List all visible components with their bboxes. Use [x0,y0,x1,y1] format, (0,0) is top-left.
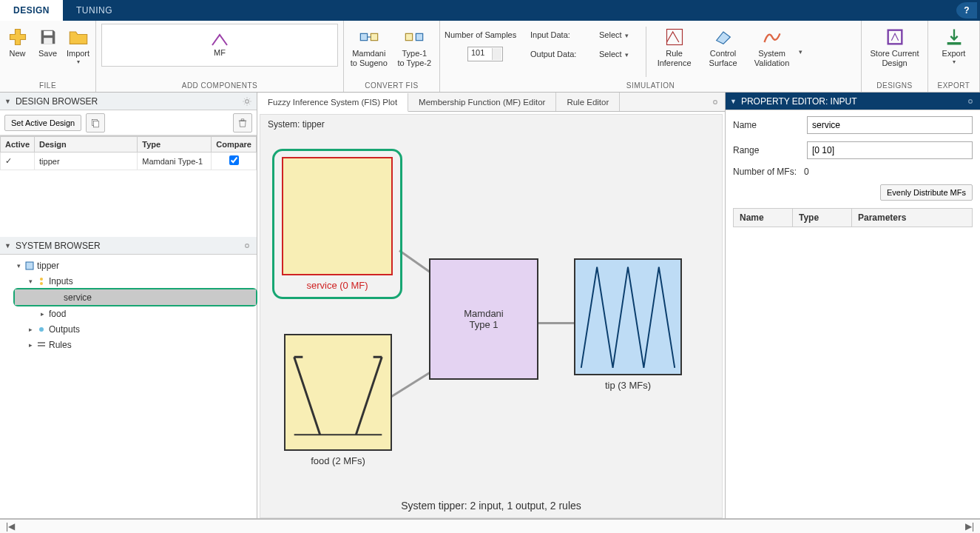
svg-rect-6 [666,30,682,45]
tree-root[interactable]: ▾ tipper [0,258,257,273]
prop-range-input[interactable] [807,141,973,159]
prop-name-label: Name [733,120,800,130]
svg-rect-3 [371,33,377,40]
rule-inference-icon [664,27,685,47]
collapse-icon[interactable]: ▼ [4,242,11,249]
output-data-label: Output Data: [530,50,589,58]
tree-input-service[interactable]: service [15,289,256,305]
system-tree: ▾ tipper ▾ Inputs service ▸ food ▸ [0,255,257,355]
save-icon [38,27,58,47]
tree-rules[interactable]: ▸ Rules [0,337,257,352]
node-tip[interactable]: tip (3 MFs) [574,258,682,391]
sim-more-dropdown[interactable]: ▾ [799,48,802,56]
edge [390,369,435,398]
tree-outputs[interactable]: ▸ Outputs [0,321,257,337]
export-icon [944,27,964,47]
outputs-icon [37,325,46,334]
ribbon-designs-label: DESIGNS [866,80,923,92]
svg-rect-18 [38,345,45,346]
food-mf-icon [285,335,391,449]
svg-rect-13 [26,262,33,269]
folder-open-icon [68,27,89,47]
save-button[interactable]: Save [35,24,61,58]
node-service[interactable]: service (0 MF) [272,149,402,299]
gear-icon[interactable] [965,96,976,107]
tab-fis-plot[interactable]: Fuzzy Inference System (FIS) Plot [257,93,408,112]
ribbon: New Save Import ▾ FILE MF ADD COMPONENTS [0,21,980,93]
import-button[interactable]: Import ▾ [65,24,91,65]
node-food[interactable]: food (2 MFs) [284,334,392,466]
tree-input-food[interactable]: ▸ food [0,306,257,321]
topbar-spacer [126,0,956,21]
control-surface-button[interactable]: Control Surface [701,24,746,67]
system-label: System: tipper [268,119,325,130]
rule-inference-button[interactable]: Rule Inference [652,24,697,67]
tab-rule-editor[interactable]: Rule Editor [556,93,620,111]
ribbon-convert-label: CONVERT FIS [348,80,435,92]
validation-icon [762,27,783,47]
delete-design-button[interactable] [233,113,252,133]
status-scroll-right[interactable]: ▶| [965,521,974,532]
status-scroll-left[interactable]: |◀ [6,521,15,532]
svg-point-16 [39,327,44,332]
node-system[interactable]: Mamdani Type 1 [429,258,538,380]
divider [646,27,646,77]
design-row[interactable]: ✓ tipper Mamdani Type-1 [1,152,257,170]
plus-icon [7,27,28,47]
svg-point-19 [714,101,717,104]
system-browser-header: ▼ SYSTEM BROWSER [0,237,257,255]
svg-rect-8 [947,42,961,45]
evenly-distribute-button[interactable]: Evenly Distribute MFs [880,184,973,201]
input-data-label: Input Data: [530,30,589,39]
output-data-dropdown[interactable]: Select [594,47,640,61]
prop-nummf-label: Number of MFs: [733,167,797,177]
ribbon-sim-label: SIMULATION [445,80,856,92]
surface-icon [713,27,734,47]
input-data-dropdown[interactable]: Select [594,28,640,41]
inputs-icon [37,277,46,286]
fis-canvas[interactable]: System: tipper service (0 MF) [260,114,723,518]
svg-rect-1 [44,38,53,44]
gear-icon[interactable] [242,241,252,251]
type1-to-type2-button[interactable]: Type-1 to Type-2 [394,24,436,67]
gear-icon[interactable] [710,97,720,107]
num-samples-spinner[interactable]: 101 [467,47,503,61]
design-table: Active Design Type Compare ✓ tipper Mamd… [0,135,257,170]
export-button[interactable]: Export ▾ [936,24,972,65]
system-validation-button[interactable]: System Validation [750,24,794,67]
convert2-icon [404,27,425,47]
svg-point-14 [40,278,43,281]
svg-rect-17 [38,342,45,343]
svg-point-9 [246,99,249,103]
svg-rect-2 [360,33,367,40]
tree-inputs[interactable]: ▾ Inputs [0,273,257,289]
property-editor-header: ▼ PROPERTY EDITOR: INPUT [726,93,980,110]
gear-icon[interactable] [242,96,252,107]
collapse-icon[interactable]: ▼ [4,98,11,105]
prop-range-label: Range [733,145,800,155]
new-button[interactable]: New [4,24,30,58]
tip-mf-icon [575,260,680,374]
num-samples-label: Number of Samples [445,30,526,39]
prop-name-input[interactable] [807,116,973,134]
add-mf-button[interactable]: MF [101,24,338,67]
trash-icon [237,118,248,128]
mf-triangle-icon [209,33,230,47]
collapse-icon[interactable]: ▼ [730,98,737,105]
ribbon-add-label: ADD COMPONENTS [101,80,339,92]
store-icon [885,27,905,47]
svg-point-12 [246,244,249,247]
tab-mf-editor[interactable]: Membership Function (MF) Editor [408,93,556,111]
tab-design[interactable]: DESIGN [0,0,63,21]
copy-icon [90,118,101,128]
help-button[interactable]: ? [956,2,977,19]
copy-design-button[interactable] [86,113,105,133]
tab-tuning[interactable]: TUNING [63,0,126,21]
store-design-button[interactable]: Store Current Design [866,24,923,67]
mamdani-to-sugeno-button[interactable]: Mamdani to Sugeno [348,24,390,67]
svg-rect-11 [94,121,99,127]
ribbon-file-label: FILE [4,80,91,92]
set-active-design-button[interactable]: Set Active Design [4,115,81,131]
prop-nummf-value: 0 [804,167,809,177]
compare-checkbox[interactable] [229,155,239,165]
